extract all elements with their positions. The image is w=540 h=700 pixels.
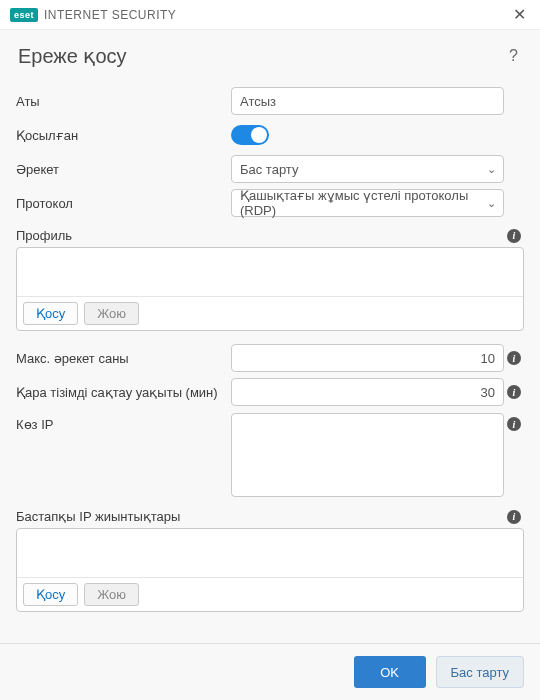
ipsets-remove-button[interactable]: Жою (84, 583, 139, 606)
info-icon[interactable]: i (507, 510, 521, 524)
dialog-footer: OK Бас тарту (0, 643, 540, 700)
form-content: Аты Қосылған Әрекет Бас тарту (0, 78, 540, 643)
brand-logo: eset INTERNET SECURITY (10, 8, 176, 22)
info-icon[interactable]: i (507, 385, 521, 399)
toggle-knob (251, 127, 267, 143)
brand-badge: eset (10, 8, 38, 22)
label-max-attempts: Макс. әрекет саны (16, 351, 231, 366)
profile-remove-button[interactable]: Жою (84, 302, 139, 325)
profile-listbox: Қосу Жою (16, 247, 524, 331)
protocol-select[interactable]: Қашықтағы жұмыс үстелі протоколы (RDP) (231, 189, 504, 217)
source-ip-textarea[interactable] (231, 413, 504, 497)
close-icon[interactable]: ✕ (509, 5, 530, 24)
label-enabled: Қосылған (16, 128, 231, 143)
label-source-ip-sets: Бастапқы IP жиынтықтары (16, 509, 504, 524)
action-select-value: Бас тарту (240, 162, 298, 177)
label-name: Аты (16, 94, 231, 109)
dialog-header: Ереже қосу ? (0, 30, 540, 78)
blacklist-retention-input[interactable] (231, 378, 504, 406)
protocol-select-value: Қашықтағы жұмыс үстелі протоколы (RDP) (240, 188, 477, 218)
info-icon[interactable]: i (507, 417, 521, 431)
max-attempts-input[interactable] (231, 344, 504, 372)
dialog-window: eset INTERNET SECURITY ✕ Ереже қосу ? Ат… (0, 0, 540, 700)
info-icon[interactable]: i (507, 229, 521, 243)
ok-button[interactable]: OK (354, 656, 426, 688)
titlebar: eset INTERNET SECURITY ✕ (0, 0, 540, 30)
label-protocol: Протокол (16, 196, 231, 211)
ipsets-add-button[interactable]: Қосу (23, 583, 78, 606)
enabled-toggle[interactable] (231, 125, 269, 145)
label-blacklist-retention: Қара тізімді сақтау уақыты (мин) (16, 385, 231, 400)
name-input[interactable] (231, 87, 504, 115)
page-title: Ереже қосу (18, 44, 127, 68)
ipsets-listbox: Қосу Жою (16, 528, 524, 612)
label-action: Әрекет (16, 162, 231, 177)
profile-add-button[interactable]: Қосу (23, 302, 78, 325)
ipsets-list-area[interactable] (17, 529, 523, 577)
cancel-button[interactable]: Бас тарту (436, 656, 524, 688)
brand-product: INTERNET SECURITY (44, 8, 176, 22)
help-icon[interactable]: ? (505, 47, 522, 65)
profile-list-area[interactable] (17, 248, 523, 296)
info-icon[interactable]: i (507, 351, 521, 365)
label-profile: Профиль (16, 228, 504, 243)
label-source-ip: Көз IP (16, 413, 231, 432)
action-select[interactable]: Бас тарту (231, 155, 504, 183)
